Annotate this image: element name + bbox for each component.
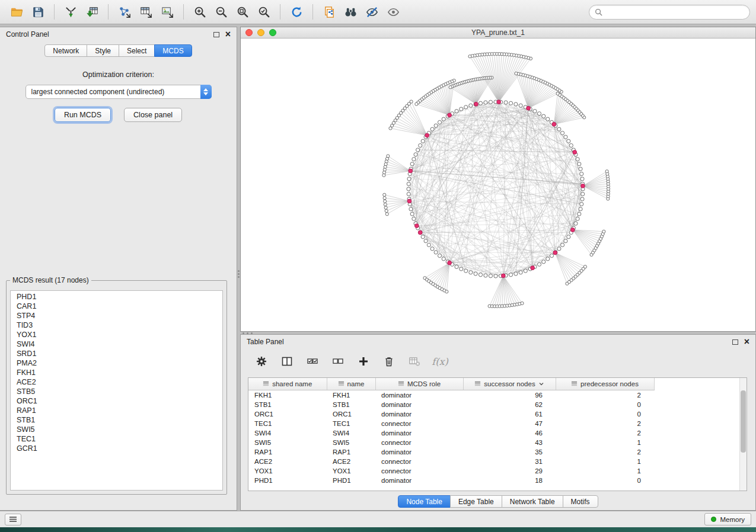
delete-column-button[interactable] [381, 354, 397, 369]
status-menu-button[interactable] [5, 514, 21, 525]
zoom-fit-button[interactable] [232, 2, 253, 21]
select-all-button[interactable] [305, 354, 320, 369]
mcds-result-item[interactable]: STB5 [11, 387, 222, 396]
table-row[interactable]: SWI4SWI4dominator462 [248, 428, 654, 438]
open-file-button[interactable] [6, 2, 27, 21]
search-input[interactable] [606, 8, 744, 16]
column-header-name[interactable]: name [327, 378, 375, 390]
mcds-result-item[interactable]: SWI4 [11, 339, 222, 349]
maximize-window-icon[interactable] [269, 29, 276, 36]
tab-select[interactable]: Select [119, 44, 155, 57]
network-titlebar[interactable]: YPA_prune.txt_1 [241, 27, 755, 39]
network-canvas[interactable] [241, 39, 755, 331]
node-table-body: FKH1FKH1dominator962STB1STB1dominator620… [248, 390, 654, 485]
tab-network-table[interactable]: Network Table [502, 495, 563, 508]
zoom-out-button[interactable] [210, 2, 232, 21]
find-button[interactable] [340, 2, 361, 21]
float-panel-icon[interactable] [213, 32, 219, 37]
mcds-result-list[interactable]: PHD1CAR1STP4TID3YOX1SWI4SRD1PMA2FKH1ACE2… [10, 290, 223, 491]
trash-icon [383, 355, 395, 367]
optimization-criterion-value: largest connected component (undirected) [26, 88, 200, 96]
close-panel-icon[interactable]: × [225, 31, 231, 38]
close-window-icon[interactable] [245, 29, 253, 36]
tab-motifs[interactable]: Motifs [563, 495, 598, 508]
table-row[interactable]: SWI5SWI5connector431 [248, 438, 654, 447]
mcds-result-item[interactable]: PMA2 [11, 358, 222, 368]
table-row[interactable]: ORC1ORC1dominator610 [248, 409, 654, 419]
table-row[interactable]: PHD1PHD1dominator180 [248, 476, 654, 485]
minimize-window-icon[interactable] [257, 29, 264, 36]
mcds-result-item[interactable]: YOX1 [11, 330, 222, 339]
table-row[interactable]: RAP1RAP1dominator352 [248, 447, 654, 457]
column-grid-icon [338, 380, 344, 387]
close-panel-icon[interactable]: × [744, 338, 749, 345]
function-builder-button[interactable]: f(x) [432, 354, 448, 369]
mcds-result-item[interactable]: FKH1 [11, 368, 222, 377]
mcds-result-item[interactable]: GCR1 [11, 444, 222, 453]
show-graphics-button[interactable] [382, 2, 404, 21]
optimization-criterion-select[interactable]: largest connected component (undirected) [25, 85, 212, 99]
column-header-successor-nodes[interactable]: successor nodes [463, 378, 556, 390]
table-row[interactable]: STB1STB1dominator620 [248, 400, 654, 409]
mcds-result-item[interactable]: CAR1 [11, 302, 222, 311]
delete-table-button[interactable] [407, 354, 422, 369]
export-network-icon [118, 5, 132, 19]
mcds-result-item[interactable]: TID3 [11, 321, 222, 330]
mcds-result-item[interactable]: PHD1 [11, 292, 222, 302]
import-table-button[interactable] [81, 2, 103, 21]
clone-network-button[interactable] [318, 2, 340, 21]
tab-network[interactable]: Network [44, 44, 87, 57]
deselect-all-button[interactable] [330, 354, 346, 369]
show-columns-button[interactable] [279, 354, 295, 369]
tab-node-table[interactable]: Node Table [398, 495, 451, 508]
table-toolbar: f(x) [241, 349, 755, 374]
column-header-mcds-role[interactable]: MCDS role [375, 378, 463, 390]
memory-button[interactable]: Memory [704, 513, 751, 525]
zoom-in-button[interactable] [189, 2, 210, 21]
run-mcds-button[interactable]: Run MCDS [55, 108, 111, 122]
hide-graphics-button[interactable] [361, 2, 382, 21]
column-grid-icon [398, 380, 404, 387]
tab-mcds[interactable]: MCDS [154, 44, 192, 57]
desktop-background-strip [0, 527, 756, 532]
table-row[interactable]: FKH1FKH1dominator962 [248, 390, 654, 400]
mcds-result-item[interactable]: STB1 [11, 415, 222, 425]
mcds-result-item[interactable]: TEC1 [11, 434, 222, 444]
import-network-button[interactable] [60, 2, 81, 21]
table-row[interactable]: ACE2ACE2connector311 [248, 457, 654, 466]
add-column-button[interactable] [356, 354, 371, 369]
control-panel-header: Control Panel × [0, 27, 237, 41]
table-settings-button[interactable] [254, 354, 269, 369]
splitter-handle-icon [238, 269, 240, 279]
export-network-button[interactable] [114, 2, 135, 21]
export-image-button[interactable] [157, 2, 178, 21]
search-box[interactable] [589, 5, 750, 20]
clone-network-icon [323, 5, 336, 19]
network-title: YPA_prune.txt_1 [241, 28, 755, 37]
refresh-button[interactable] [286, 2, 307, 21]
close-panel-button[interactable]: Close panel [124, 108, 182, 122]
mcds-result-item[interactable]: ORC1 [11, 396, 222, 406]
tab-style[interactable]: Style [87, 44, 119, 57]
table-row[interactable]: YOX1YOX1connector291 [248, 466, 654, 476]
table-row[interactable]: TEC1TEC1connector472 [248, 419, 654, 428]
save-session-button[interactable] [27, 2, 49, 21]
mcds-result-item[interactable]: STP4 [11, 311, 222, 321]
mcds-result-item[interactable]: SRD1 [11, 349, 222, 358]
tab-edge-table[interactable]: Edge Table [450, 495, 502, 508]
eye-icon [387, 5, 400, 19]
column-header-shared-name[interactable]: shared name [248, 378, 327, 390]
column-header-predecessor-nodes[interactable]: predecessor nodes [556, 378, 654, 390]
zoom-selected-button[interactable] [253, 2, 275, 21]
toolbar-separator [280, 4, 280, 20]
mcds-result-item[interactable]: ACE2 [11, 377, 222, 387]
mcds-result-item[interactable]: SWI5 [11, 425, 222, 434]
table-panel-header: Table Panel × [241, 335, 755, 349]
mcds-result-item[interactable]: RAP1 [11, 406, 222, 415]
export-table-button[interactable] [135, 2, 157, 21]
float-panel-icon[interactable] [732, 339, 738, 345]
table-header-row: shared name name MCDS role successor nod… [248, 378, 654, 390]
scrollbar-thumb[interactable] [741, 390, 746, 453]
plus-icon [358, 355, 369, 367]
table-scrollbar[interactable] [739, 378, 747, 491]
